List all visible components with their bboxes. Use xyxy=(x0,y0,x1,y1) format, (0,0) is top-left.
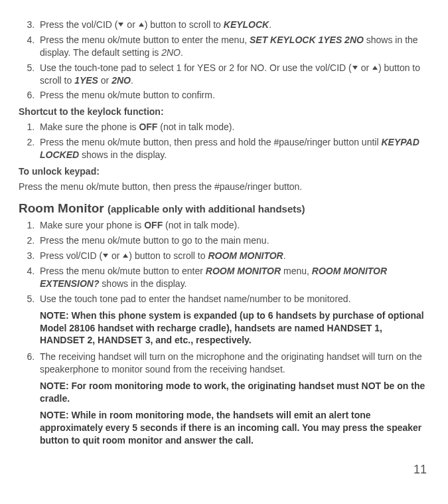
up-arrow-icon xyxy=(123,254,128,258)
shortcut-step-2: Press the menu ok/mute button, then pres… xyxy=(37,136,427,161)
down-arrow-icon xyxy=(103,254,108,258)
page-number: 11 xyxy=(19,462,427,477)
rm-note-2: NOTE: For room monitoring mode to work, … xyxy=(40,380,427,405)
rm-step-3: Press vol/CID ( or ) button to scroll to… xyxy=(37,250,427,262)
step-6: Press the menu ok/mute button to confirm… xyxy=(37,89,427,102)
step-5: Use the touch-tone pad to select 1 for Y… xyxy=(37,62,427,87)
room-monitor-title: Room Monitor (applicable only with addit… xyxy=(19,200,427,217)
rm-step-4: Press the menu ok/mute button to enter R… xyxy=(37,265,427,290)
rm-step-5: Use the touch tone pad to enter the hand… xyxy=(37,293,427,347)
down-arrow-icon xyxy=(352,66,358,70)
down-arrow-icon xyxy=(118,23,123,27)
rm-step-6: The receiving handset will turn on the m… xyxy=(37,351,427,446)
rm-note-3: NOTE: While in room monitoring mode, the… xyxy=(40,409,427,447)
rm-step-2: Press the menu ok/mute button to go to t… xyxy=(37,234,427,247)
shortcut-steps: Make sure the phone is OFF (not in talk … xyxy=(19,121,427,161)
rm-note-1: NOTE: When this phone system is expanded… xyxy=(40,309,427,347)
rm-step-1: Make sure your phone is OFF (not in talk… xyxy=(37,219,427,232)
keylock-steps: Press the vol/CID ( or ) button to scrol… xyxy=(19,19,427,102)
unlock-text: Press the menu ok/mute button, then pres… xyxy=(19,181,427,193)
up-arrow-icon xyxy=(139,23,144,27)
step-4: Press the menu ok/mute button to enter t… xyxy=(37,34,427,59)
step-3: Press the vol/CID ( or ) button to scrol… xyxy=(37,19,427,31)
shortcut-step-1: Make sure the phone is OFF (not in talk … xyxy=(37,121,427,133)
room-monitor-steps: Make sure your phone is OFF (not in talk… xyxy=(19,219,427,446)
shortcut-heading: Shortcut to the keylock function: xyxy=(19,106,427,118)
unlock-heading: To unlock keypad: xyxy=(19,165,427,178)
up-arrow-icon xyxy=(372,66,378,70)
